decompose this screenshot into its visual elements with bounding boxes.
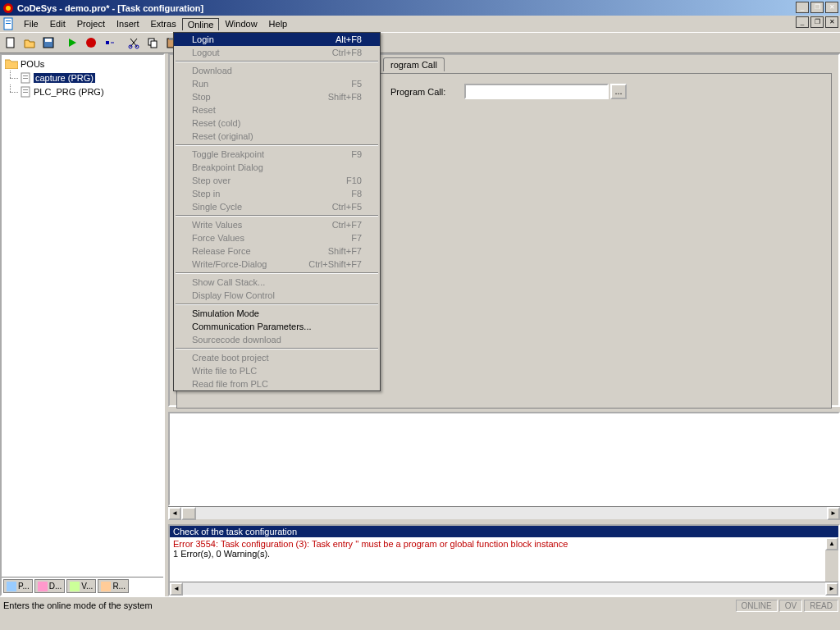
menu-item-step-over: Step overF10 [174,174,380,187]
scroll-left[interactable]: ◄ [170,582,183,596]
maximize-button[interactable]: ❐ [810,2,824,13]
scroll-right[interactable]: ► [827,507,840,520]
menu-item-simulation-mode[interactable]: Simulation Mode [174,307,380,320]
menu-item-logout: LogoutCtrl+F8 [174,46,380,59]
window-title: CoDeSys - demo.pro* - [Task configuratio… [17,3,203,13]
tab-visual[interactable]: V... [66,579,96,593]
message-error[interactable]: Error 3554: Task configuration (3): Task… [173,539,835,549]
tb-step[interactable] [101,34,119,52]
svg-rect-27 [101,582,111,591]
window-controls-inner: _ ❐ ✕ [796,16,838,28]
tb-copy[interactable] [144,34,162,52]
mdi-minimize-button[interactable]: _ [796,16,809,28]
program-call-label: Program Call: [390,87,464,97]
menu-item-reset-original-: Reset (original) [174,130,380,143]
message-panel: Check of the task configuration Error 35… [168,524,840,596]
menu-item-breakpoint-dialog: Breakpoint Dialog [174,161,380,174]
svg-rect-23 [23,92,28,93]
tab-resources[interactable]: R... [98,579,129,593]
window-controls-outer: _ ❐ ✕ [796,2,838,13]
scroll-thumb[interactable] [181,507,196,520]
status-online: ONLINE [736,600,778,612]
menu-item-communication-parameters-[interactable]: Communication Parameters... [174,320,380,333]
tab-datatypes[interactable]: D... [34,579,66,593]
svg-rect-7 [45,39,52,42]
svg-rect-9 [106,41,109,44]
tree-view[interactable]: POUs capture (PRG) PLC_PRG (PRG) [2,55,163,577]
title-bar: CoDeSys - demo.pro* - [Task configuratio… [0,0,840,16]
svg-rect-24 [7,582,16,591]
toolbar [0,32,840,53]
code-panel[interactable] [168,412,840,506]
tree-root-label: POUs [21,59,44,69]
svg-rect-3 [6,21,11,21]
scroll-left[interactable]: ◄ [168,507,181,520]
folder-icon [5,58,18,69]
svg-rect-26 [70,582,80,591]
svg-rect-25 [38,582,48,591]
menu-item-write-values: Write ValuesCtrl+F7 [174,218,380,231]
svg-rect-13 [151,41,157,48]
menu-item-login[interactable]: LoginAlt+F8 [174,33,380,46]
menu-item-show-call-stack-: Show Call Stack... [174,276,380,289]
svg-rect-22 [23,89,28,90]
tab-program-call[interactable]: rogram Call [383,57,445,71]
svg-rect-5 [7,38,14,48]
tree-root[interactable]: POUs [3,57,162,71]
menu-item-release-force: Release ForceShift+F7 [174,244,380,258]
tb-open[interactable] [21,34,39,52]
tree-item-capture[interactable]: capture (PRG) [3,71,162,84]
svg-rect-4 [6,23,11,24]
menu-edit[interactable]: Edit [44,17,71,30]
menu-project[interactable]: Project [71,17,111,30]
file-icon [20,72,31,84]
tb-cut[interactable] [125,34,143,52]
tab-pous[interactable]: P... [3,579,33,593]
svg-rect-19 [23,75,28,76]
menu-item-run: RunF5 [174,77,380,90]
menu-extras[interactable]: Extras [144,17,181,30]
svg-point-8 [86,38,96,48]
sidebar-tabs: P... D... V... R... [2,577,163,595]
menu-item-reset: Reset [174,103,380,116]
message-header: Check of the task configuration [170,526,838,537]
close-button[interactable]: ✕ [825,2,838,13]
app-icon [2,2,15,15]
h-scrollbar[interactable]: ◄ ► [168,506,840,519]
mdi-maximize-button[interactable]: ❐ [810,16,824,28]
tb-run[interactable] [63,34,81,52]
menu-item-single-cycle: Single CycleCtrl+F5 [174,200,380,213]
message-summary: 1 Error(s), 0 Warning(s). [173,549,835,559]
v-scrollbar[interactable]: ▲ [825,537,838,582]
msg-h-scrollbar[interactable]: ◄ ► [170,582,838,595]
tree-item-label: capture (PRG) [34,73,95,83]
menu-help[interactable]: Help [263,17,294,30]
minimize-button[interactable]: _ [796,2,809,13]
status-bar: Enters the online mode of the system ONL… [0,596,840,614]
doc-icon [2,17,15,30]
menu-item-toggle-breakpoint: Toggle BreakpointF9 [174,148,380,161]
status-read: READ [804,600,838,612]
menu-item-download: Download [174,64,380,77]
tree-item-plcprg[interactable]: PLC_PRG (PRG) [3,84,162,98]
program-call-input[interactable] [464,84,609,99]
mdi-close-button[interactable]: ✕ [825,16,838,28]
browse-button[interactable]: ... [610,84,627,99]
scroll-right[interactable]: ► [825,582,838,596]
menu-file[interactable]: File [18,17,44,30]
file-icon [20,86,31,98]
scroll-up[interactable]: ▲ [825,537,838,550]
tb-save[interactable] [39,34,57,52]
status-ov: OV [779,600,802,612]
menu-item-stop: StopShift+F8 [174,90,380,103]
menu-insert[interactable]: Insert [111,17,145,30]
svg-rect-20 [23,78,28,79]
menu-online[interactable]: Online [182,18,220,30]
menu-window[interactable]: Window [219,17,262,30]
tb-stop[interactable] [82,34,100,52]
status-hint: Enters the online mode of the system [3,600,153,610]
sidebar: POUs capture (PRG) PLC_PRG (PRG) P... D.… [0,53,165,596]
menu-item-step-in: Step inF8 [174,187,380,200]
menu-item-write-file-to-plc: Write file to PLC [174,364,380,377]
tb-new[interactable] [2,34,20,52]
